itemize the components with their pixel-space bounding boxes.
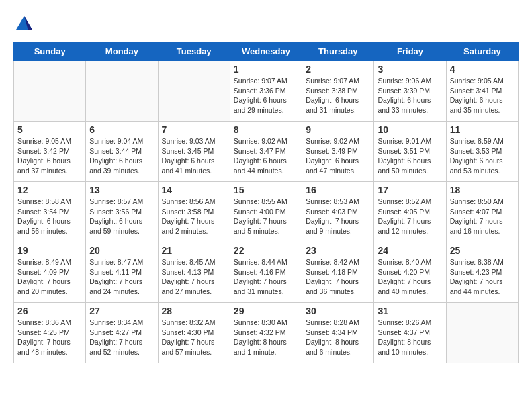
day-number: 7 xyxy=(162,124,226,135)
calendar-cell: 25Sunrise: 8:38 AM Sunset: 4:23 PM Dayli… xyxy=(446,242,518,303)
day-number: 29 xyxy=(234,306,298,316)
page-header xyxy=(13,13,519,35)
day-info: Sunrise: 8:45 AM Sunset: 4:13 PM Dayligh… xyxy=(162,257,226,297)
day-number: 27 xyxy=(89,306,154,316)
calendar-cell: 15Sunrise: 8:55 AM Sunset: 4:00 PM Dayli… xyxy=(230,182,302,242)
weekday-header-row: SundayMondayTuesdayWednesdayThursdayFrid… xyxy=(14,42,519,61)
day-info: Sunrise: 8:49 AM Sunset: 4:09 PM Dayligh… xyxy=(17,257,82,297)
day-info: Sunrise: 8:38 AM Sunset: 4:23 PM Dayligh… xyxy=(450,257,515,297)
calendar-week-row: 19Sunrise: 8:49 AM Sunset: 4:09 PM Dayli… xyxy=(14,242,519,303)
day-number: 13 xyxy=(89,185,154,195)
calendar-cell: 6Sunrise: 9:04 AM Sunset: 3:44 PM Daylig… xyxy=(86,122,158,182)
logo xyxy=(13,13,38,35)
day-number: 10 xyxy=(378,124,442,135)
day-number: 4 xyxy=(450,64,515,75)
day-number: 9 xyxy=(306,124,370,135)
calendar-cell xyxy=(86,61,158,122)
day-number: 8 xyxy=(234,124,298,135)
calendar-cell: 2Sunrise: 9:07 AM Sunset: 3:38 PM Daylig… xyxy=(302,61,374,122)
day-info: Sunrise: 9:07 AM Sunset: 3:36 PM Dayligh… xyxy=(234,76,298,116)
calendar-week-row: 5Sunrise: 9:05 AM Sunset: 3:42 PM Daylig… xyxy=(14,122,519,182)
calendar-cell: 22Sunrise: 8:44 AM Sunset: 4:16 PM Dayli… xyxy=(230,242,302,303)
day-info: Sunrise: 8:50 AM Sunset: 4:07 PM Dayligh… xyxy=(450,197,515,236)
calendar-cell: 1Sunrise: 9:07 AM Sunset: 3:36 PM Daylig… xyxy=(230,61,302,122)
day-info: Sunrise: 8:55 AM Sunset: 4:00 PM Dayligh… xyxy=(234,197,298,236)
weekday-header-tuesday: Tuesday xyxy=(158,42,230,61)
day-info: Sunrise: 8:42 AM Sunset: 4:18 PM Dayligh… xyxy=(306,257,370,297)
day-info: Sunrise: 8:47 AM Sunset: 4:11 PM Dayligh… xyxy=(89,257,154,297)
day-number: 25 xyxy=(450,245,515,256)
calendar-cell: 13Sunrise: 8:57 AM Sunset: 3:56 PM Dayli… xyxy=(86,182,158,242)
day-number: 19 xyxy=(17,245,82,256)
day-info: Sunrise: 8:59 AM Sunset: 3:53 PM Dayligh… xyxy=(450,136,515,176)
calendar-cell: 26Sunrise: 8:36 AM Sunset: 4:25 PM Dayli… xyxy=(14,303,86,363)
day-number: 1 xyxy=(234,64,298,75)
day-number: 14 xyxy=(162,185,226,195)
day-number: 12 xyxy=(17,185,82,195)
day-info: Sunrise: 8:58 AM Sunset: 3:54 PM Dayligh… xyxy=(17,197,82,236)
calendar-cell: 9Sunrise: 9:02 AM Sunset: 3:49 PM Daylig… xyxy=(302,122,374,182)
day-info: Sunrise: 8:40 AM Sunset: 4:20 PM Dayligh… xyxy=(378,257,442,297)
day-number: 11 xyxy=(450,124,515,135)
calendar-cell: 3Sunrise: 9:06 AM Sunset: 3:39 PM Daylig… xyxy=(374,61,446,122)
calendar-cell xyxy=(14,61,86,122)
calendar-week-row: 12Sunrise: 8:58 AM Sunset: 3:54 PM Dayli… xyxy=(14,182,519,242)
calendar-cell: 17Sunrise: 8:52 AM Sunset: 4:05 PM Dayli… xyxy=(374,182,446,242)
weekday-header-wednesday: Wednesday xyxy=(230,42,302,61)
calendar-cell: 29Sunrise: 8:30 AM Sunset: 4:32 PM Dayli… xyxy=(230,303,302,363)
day-number: 31 xyxy=(378,306,442,316)
calendar-cell: 8Sunrise: 9:02 AM Sunset: 3:47 PM Daylig… xyxy=(230,122,302,182)
calendar-week-row: 1Sunrise: 9:07 AM Sunset: 3:36 PM Daylig… xyxy=(14,61,519,122)
calendar-cell: 19Sunrise: 8:49 AM Sunset: 4:09 PM Dayli… xyxy=(14,242,86,303)
calendar-header: SundayMondayTuesdayWednesdayThursdayFrid… xyxy=(14,42,519,61)
calendar-cell: 21Sunrise: 8:45 AM Sunset: 4:13 PM Dayli… xyxy=(158,242,230,303)
day-info: Sunrise: 8:53 AM Sunset: 4:03 PM Dayligh… xyxy=(306,197,370,236)
calendar-cell: 20Sunrise: 8:47 AM Sunset: 4:11 PM Dayli… xyxy=(86,242,158,303)
day-info: Sunrise: 9:05 AM Sunset: 3:42 PM Dayligh… xyxy=(17,136,82,176)
day-number: 15 xyxy=(234,185,298,195)
calendar-cell: 10Sunrise: 9:01 AM Sunset: 3:51 PM Dayli… xyxy=(374,122,446,182)
weekday-header-thursday: Thursday xyxy=(302,42,374,61)
day-info: Sunrise: 9:07 AM Sunset: 3:38 PM Dayligh… xyxy=(306,76,370,116)
day-number: 24 xyxy=(378,245,442,256)
calendar-cell: 5Sunrise: 9:05 AM Sunset: 3:42 PM Daylig… xyxy=(14,122,86,182)
calendar-cell: 24Sunrise: 8:40 AM Sunset: 4:20 PM Dayli… xyxy=(374,242,446,303)
day-number: 22 xyxy=(234,245,298,256)
calendar-cell: 4Sunrise: 9:05 AM Sunset: 3:41 PM Daylig… xyxy=(446,61,518,122)
day-info: Sunrise: 8:32 AM Sunset: 4:30 PM Dayligh… xyxy=(162,318,226,357)
day-info: Sunrise: 8:34 AM Sunset: 4:27 PM Dayligh… xyxy=(89,318,154,357)
day-number: 18 xyxy=(450,185,515,195)
day-info: Sunrise: 8:57 AM Sunset: 3:56 PM Dayligh… xyxy=(89,197,154,236)
day-info: Sunrise: 9:02 AM Sunset: 3:47 PM Dayligh… xyxy=(234,136,298,176)
logo-icon xyxy=(13,13,35,35)
day-info: Sunrise: 9:02 AM Sunset: 3:49 PM Dayligh… xyxy=(306,136,370,176)
day-number: 2 xyxy=(306,64,370,75)
calendar-cell: 31Sunrise: 8:26 AM Sunset: 4:37 PM Dayli… xyxy=(374,303,446,363)
day-number: 5 xyxy=(17,124,82,135)
calendar-cell: 11Sunrise: 8:59 AM Sunset: 3:53 PM Dayli… xyxy=(446,122,518,182)
day-number: 20 xyxy=(89,245,154,256)
calendar-cell: 14Sunrise: 8:56 AM Sunset: 3:58 PM Dayli… xyxy=(158,182,230,242)
day-info: Sunrise: 9:03 AM Sunset: 3:45 PM Dayligh… xyxy=(162,136,226,176)
day-number: 30 xyxy=(306,306,370,316)
day-info: Sunrise: 8:36 AM Sunset: 4:25 PM Dayligh… xyxy=(17,318,82,357)
weekday-header-saturday: Saturday xyxy=(446,42,518,61)
day-info: Sunrise: 9:01 AM Sunset: 3:51 PM Dayligh… xyxy=(378,136,442,176)
day-info: Sunrise: 8:26 AM Sunset: 4:37 PM Dayligh… xyxy=(378,318,442,357)
calendar-cell: 16Sunrise: 8:53 AM Sunset: 4:03 PM Dayli… xyxy=(302,182,374,242)
day-number: 16 xyxy=(306,185,370,195)
calendar-cell: 28Sunrise: 8:32 AM Sunset: 4:30 PM Dayli… xyxy=(158,303,230,363)
calendar-cell: 27Sunrise: 8:34 AM Sunset: 4:27 PM Dayli… xyxy=(86,303,158,363)
day-info: Sunrise: 8:28 AM Sunset: 4:34 PM Dayligh… xyxy=(306,318,370,357)
calendar-week-row: 26Sunrise: 8:36 AM Sunset: 4:25 PM Dayli… xyxy=(14,303,519,363)
calendar-cell: 7Sunrise: 9:03 AM Sunset: 3:45 PM Daylig… xyxy=(158,122,230,182)
calendar-table: SundayMondayTuesdayWednesdayThursdayFrid… xyxy=(13,42,519,363)
day-info: Sunrise: 9:05 AM Sunset: 3:41 PM Dayligh… xyxy=(450,76,515,116)
day-number: 26 xyxy=(17,306,82,316)
weekday-header-friday: Friday xyxy=(374,42,446,61)
calendar-body: 1Sunrise: 9:07 AM Sunset: 3:36 PM Daylig… xyxy=(14,61,519,363)
day-info: Sunrise: 8:30 AM Sunset: 4:32 PM Dayligh… xyxy=(234,318,298,357)
day-number: 6 xyxy=(89,124,154,135)
day-number: 21 xyxy=(162,245,226,256)
day-number: 17 xyxy=(378,185,442,195)
